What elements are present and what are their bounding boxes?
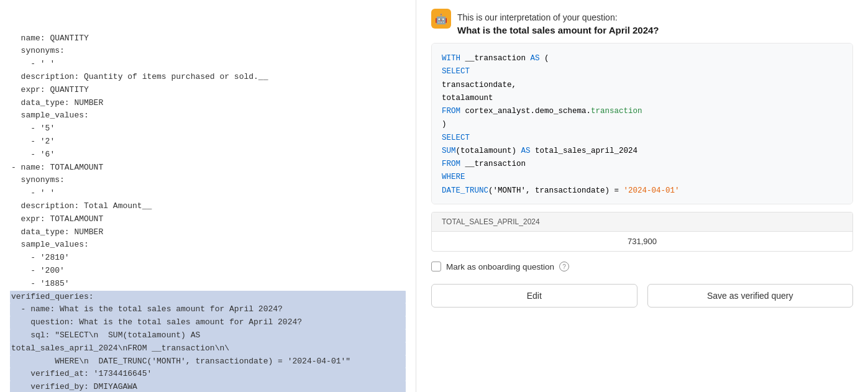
result-value: 731,900: [432, 232, 852, 251]
code-editor[interactable]: name: QUANTITY synonyms: - ' ' descripti…: [0, 0, 416, 392]
code-editor-panel: name: QUANTITY synonyms: - ' ' descripti…: [0, 0, 416, 392]
sql-line: totalamount: [442, 92, 843, 105]
code-line: - '2': [10, 135, 406, 148]
code-line: name: QUANTITY: [10, 32, 406, 45]
action-buttons: Edit Save as verified query: [431, 284, 853, 308]
code-line: synonyms:: [10, 174, 406, 187]
code-line: synonyms:: [10, 45, 406, 58]
code-line: WHERE\n DATE_TRUNC('MONTH', transactiond…: [10, 355, 406, 368]
code-line: - ' ': [10, 58, 406, 71]
code-line: verified_queries:: [10, 291, 406, 304]
code-line: verified_at: '1734416645': [10, 368, 406, 381]
sql-line: SELECT: [442, 132, 843, 145]
sql-line: ): [442, 118, 843, 131]
code-line: - '200': [10, 265, 406, 278]
code-line: sample_values:: [10, 109, 406, 122]
code-line: data_type: NUMBER: [10, 97, 406, 110]
save-verified-query-button[interactable]: Save as verified query: [647, 284, 854, 308]
code-line: expr: TOTALAMOUNT: [10, 213, 406, 226]
result-column-header: TOTAL_SALES_APRIL_2024: [432, 212, 852, 232]
code-line: - ' ': [10, 187, 406, 200]
code-line: - name: TOTALAMOUNT: [10, 162, 406, 175]
code-line: total_sales_april_2024\nFROM __transacti…: [10, 342, 406, 355]
sql-line: SELECT: [442, 65, 843, 78]
results-table: TOTAL_SALES_APRIL_2024 731,900: [431, 212, 853, 252]
interpretation-header: 🤖 This is our interpretation of your que…: [431, 6, 853, 35]
sql-line: WITH __transaction AS (: [442, 52, 843, 65]
code-line: sql: "SELECT\n SUM(totalamount) AS: [10, 329, 406, 342]
code-line: - '6': [10, 148, 406, 162]
sql-line: transactiondate,: [442, 79, 843, 92]
code-line: - name: What is the total sales amount f…: [10, 303, 406, 316]
robot-icon: 🤖: [431, 9, 451, 29]
onboarding-label: Mark as onboarding question: [446, 262, 554, 271]
sql-line: FROM cortex_analyst.demo_schema.transact…: [442, 105, 843, 118]
help-icon[interactable]: ?: [559, 262, 569, 271]
code-line: data_type: NUMBER: [10, 226, 406, 239]
code-line: verified_by: DMIYAGAWA: [10, 381, 406, 392]
code-line: sample_values:: [10, 239, 406, 252]
code-line: description: Total Amount__: [10, 200, 406, 213]
edit-button[interactable]: Edit: [431, 284, 637, 308]
interpreted-question: What is the total sales amount for April…: [457, 25, 659, 35]
sql-line: SUM(totalamount) AS total_sales_april_20…: [442, 145, 843, 158]
sql-line: WHERE: [442, 171, 843, 184]
onboarding-checkbox[interactable]: [431, 262, 441, 271]
sql-block: WITH __transaction AS ( SELECT transacti…: [431, 43, 853, 204]
onboarding-row: Mark as onboarding question ?: [431, 262, 853, 271]
code-line: expr: QUANTITY: [10, 84, 406, 97]
code-line: - '2810': [10, 252, 406, 265]
code-line: description: Quantity of items purchased…: [10, 71, 406, 84]
interpretation-label: This is our interpretation of your quest…: [457, 9, 659, 22]
sql-line: FROM __transaction: [442, 158, 843, 171]
code-line: question: What is the total sales amount…: [10, 316, 406, 329]
code-line: - '1885': [10, 278, 406, 291]
sql-line: DATE_TRUNC('MONTH', transactiondate) = '…: [442, 185, 843, 198]
code-line: - '5': [10, 122, 406, 135]
right-panel: 🤖 This is our interpretation of your que…: [416, 0, 868, 392]
